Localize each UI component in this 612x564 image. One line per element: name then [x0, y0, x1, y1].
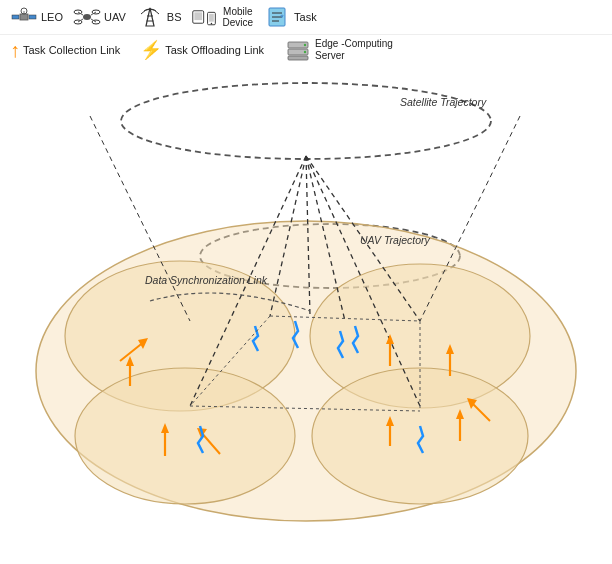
svg-point-21 — [210, 23, 212, 25]
svg-point-5 — [83, 14, 91, 20]
svg-rect-29 — [288, 56, 308, 60]
svg-marker-64 — [467, 398, 477, 409]
uav-trajectory-label: UAV Trajectory — [360, 234, 430, 246]
svg-rect-20 — [209, 14, 214, 22]
leo-label: LEO — [41, 11, 63, 23]
svg-point-38 — [312, 368, 528, 504]
svg-point-35 — [65, 261, 295, 411]
svg-line-59 — [120, 341, 145, 361]
edge-server-icon — [284, 39, 312, 61]
legend-task-collection: ↑ Task Collection Link — [10, 40, 120, 60]
svg-point-30 — [304, 44, 306, 46]
legend-uav: UAV — [73, 6, 126, 28]
satellite-trajectory-label: Satellite Trajectory — [400, 96, 486, 108]
svg-point-33 — [200, 224, 460, 288]
svg-line-63 — [470, 401, 490, 421]
legend-mobile: MobileDevice — [192, 6, 254, 28]
svg-rect-18 — [194, 12, 202, 20]
task-offloading-label: Task Offloading Link — [165, 44, 264, 56]
svg-marker-60 — [138, 338, 148, 349]
svg-marker-50 — [161, 423, 169, 433]
svg-point-36 — [310, 264, 530, 408]
network-diagram: Satellite Trajectory UAV Trajectory Data… — [0, 66, 612, 526]
task-collection-label: Task Collection Link — [23, 44, 120, 56]
svg-line-42 — [306, 156, 420, 321]
legend-leo: LEO — [10, 6, 63, 28]
svg-point-37 — [75, 368, 295, 504]
mobile-icon — [192, 6, 220, 28]
svg-rect-2 — [29, 15, 36, 19]
legend-task-offloading: ⚡ Task Offloading Link — [140, 41, 264, 59]
svg-line-43 — [190, 156, 306, 406]
svg-line-66 — [190, 406, 420, 411]
legend-bs: BS — [136, 6, 182, 28]
svg-line-40 — [306, 156, 310, 316]
svg-line-65 — [270, 316, 420, 321]
legend-row1: LEO UAV — [0, 0, 612, 35]
svg-point-32 — [121, 83, 491, 159]
task-collection-arrow: ↑ — [10, 40, 20, 60]
edge-server-label: Edge -ComputingServer — [315, 38, 393, 62]
svg-rect-0 — [20, 14, 28, 20]
svg-line-61 — [200, 431, 220, 454]
svg-rect-1 — [12, 15, 19, 19]
task-label: Task — [294, 11, 317, 23]
bs-icon — [136, 6, 164, 28]
svg-line-41 — [306, 156, 345, 321]
svg-line-46 — [420, 116, 520, 321]
svg-marker-62 — [197, 428, 207, 438]
task-icon — [263, 6, 291, 28]
svg-point-34 — [36, 221, 576, 521]
svg-marker-52 — [386, 334, 394, 344]
legend-task: Task — [263, 6, 317, 28]
svg-point-31 — [304, 51, 306, 53]
uav-icon — [73, 6, 101, 28]
svg-line-45 — [90, 116, 190, 321]
svg-line-67 — [190, 316, 270, 406]
svg-marker-58 — [386, 416, 394, 426]
legend-row2: ↑ Task Collection Link ⚡ Task Offloading… — [0, 35, 612, 66]
data-sync-label: Data Synchronization Link — [145, 274, 267, 286]
bs-label: BS — [167, 11, 182, 23]
mobile-label: MobileDevice — [223, 6, 254, 28]
svg-line-39 — [270, 156, 306, 316]
leo-icon — [10, 6, 38, 28]
svg-line-44 — [306, 156, 420, 406]
task-offloading-bolt: ⚡ — [140, 41, 162, 59]
svg-marker-56 — [456, 409, 464, 419]
legend-edge-server: Edge -ComputingServer — [284, 38, 393, 62]
svg-marker-54 — [446, 344, 454, 354]
svg-marker-48 — [126, 356, 134, 366]
svg-marker-14 — [146, 8, 154, 26]
uav-label: UAV — [104, 11, 126, 23]
diagram-svg — [0, 66, 612, 526]
